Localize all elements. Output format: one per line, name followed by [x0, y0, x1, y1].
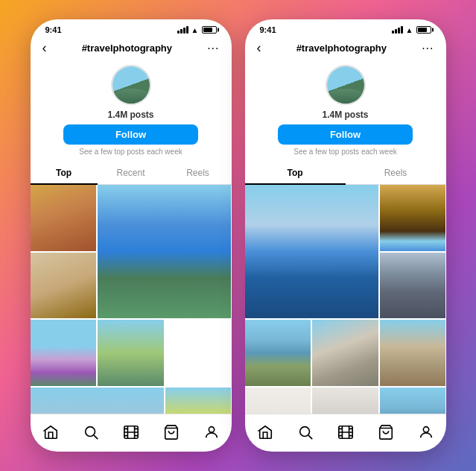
signal-icon-right: [392, 26, 403, 34]
back-button-right[interactable]: ‹: [257, 40, 261, 56]
grid-item[interactable]: [31, 185, 97, 251]
grid-item[interactable]: [245, 185, 378, 318]
follow-button-left[interactable]: Follow: [63, 124, 198, 145]
grid-item[interactable]: [312, 388, 378, 414]
time-left: 9:41: [45, 25, 62, 34]
signal-icon: [177, 26, 188, 34]
bottom-nav-right: [245, 414, 446, 452]
profile-section-left: 1.4M posts Follow See a few top posts ea…: [31, 60, 232, 162]
grid-item[interactable]: [380, 388, 446, 414]
svg-point-5: [299, 427, 309, 437]
follow-button-right[interactable]: Follow: [278, 124, 413, 145]
tab-reels-left[interactable]: Reels: [165, 162, 232, 184]
status-bar-left: 9:41 ▲: [31, 19, 232, 37]
reels-icon-right[interactable]: [334, 420, 358, 444]
tab-top-right[interactable]: Top: [245, 162, 346, 184]
svg-point-9: [423, 427, 428, 432]
bottom-nav-left: [31, 414, 232, 452]
shop-icon-right[interactable]: [374, 420, 398, 444]
posts-count-left: 1.4M posts: [107, 110, 153, 120]
page-title-left: #travelphotography: [82, 42, 172, 54]
grid-item[interactable]: [98, 185, 231, 318]
tab-top-left[interactable]: Top: [31, 162, 98, 184]
subtitle-left: See a few top posts each week: [79, 148, 182, 156]
left-phone: 9:41 ▲ ‹ #travelphotography ··· 1.4M pos…: [31, 19, 232, 452]
reels-icon[interactable]: [119, 420, 143, 444]
page-title-right: #travelphotography: [296, 42, 387, 54]
wifi-icon: ▲: [191, 26, 199, 34]
tabs-right: Top Reels: [245, 162, 446, 185]
grid-item[interactable]: [245, 388, 311, 414]
profile-icon[interactable]: [200, 420, 223, 444]
tabs-left: Top Recent Reels: [31, 162, 232, 185]
nav-bar-left: ‹ #travelphotography ···: [31, 37, 232, 60]
right-phone: 9:41 ▲ ‹ #travelphotography ··· 1.4M pos…: [245, 19, 446, 452]
search-icon[interactable]: [79, 420, 103, 444]
svg-line-6: [308, 435, 312, 439]
photo-grid-right: [245, 185, 446, 414]
more-button-left[interactable]: ···: [207, 42, 219, 55]
time-right: 9:41: [260, 25, 276, 34]
profile-section-right: 1.4M posts Follow See a few top posts ea…: [245, 60, 446, 162]
subtitle-right: See a few top posts each week: [293, 148, 396, 156]
grid-item[interactable]: [98, 320, 164, 386]
photo-grid-left: [31, 185, 232, 414]
search-icon-right[interactable]: [293, 420, 317, 444]
status-icons-left: ▲: [177, 26, 217, 34]
grid-item[interactable]: [165, 388, 232, 414]
grid-item[interactable]: [312, 320, 378, 386]
home-icon[interactable]: [39, 420, 63, 444]
avatar-right: [326, 65, 366, 105]
grid-item[interactable]: [380, 185, 446, 251]
grid-item[interactable]: [380, 253, 446, 319]
back-button-left[interactable]: ‹: [42, 40, 47, 56]
grid-item[interactable]: [31, 320, 97, 386]
nav-bar-right: ‹ #travelphotography ···: [245, 37, 446, 60]
grid-item[interactable]: [245, 320, 311, 386]
avatar-left: [111, 65, 151, 105]
more-button-right[interactable]: ···: [422, 42, 434, 55]
battery-icon: [202, 26, 217, 34]
svg-point-0: [85, 427, 95, 437]
grid-item[interactable]: [31, 388, 164, 414]
wifi-icon-right: ▲: [406, 26, 413, 34]
grid-item[interactable]: [380, 320, 446, 386]
grid-item[interactable]: [31, 253, 97, 319]
home-icon-right[interactable]: [253, 420, 277, 444]
tab-recent-left[interactable]: Recent: [98, 162, 165, 184]
svg-point-4: [209, 427, 214, 432]
status-icons-right: ▲: [392, 26, 431, 34]
tab-reels-right[interactable]: Reels: [346, 162, 446, 184]
shop-icon[interactable]: [159, 420, 183, 444]
posts-count-right: 1.4M posts: [322, 110, 368, 120]
svg-line-1: [94, 435, 98, 439]
battery-icon-right: [416, 26, 431, 34]
profile-icon-right[interactable]: [414, 420, 438, 444]
status-bar-right: 9:41 ▲: [245, 19, 446, 37]
